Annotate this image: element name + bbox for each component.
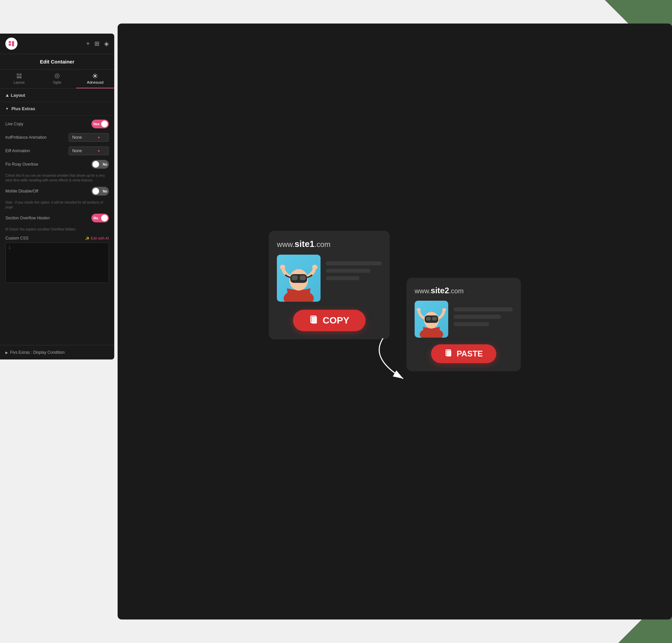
svg-rect-4 bbox=[20, 74, 22, 76]
svg-point-11 bbox=[280, 265, 285, 269]
paste-icon bbox=[445, 349, 453, 359]
plus-extras-arrow-icon: ▼ bbox=[5, 107, 9, 110]
tab-layout[interactable]: Layout bbox=[0, 70, 38, 88]
fix-roay-overflow-row: Fix Roay Overliow No bbox=[5, 160, 109, 169]
svg-rect-15 bbox=[300, 276, 306, 280]
panel-title: Edit Container bbox=[0, 54, 114, 70]
fix-roay-overflow-toggle[interactable]: No bbox=[92, 160, 109, 169]
line-2 bbox=[454, 315, 501, 319]
svg-rect-1 bbox=[9, 44, 11, 46]
paste-button[interactable]: PASTE bbox=[431, 344, 496, 363]
plus-icon[interactable]: + bbox=[86, 40, 90, 47]
eiff-animation-row: Eiff Animation None ▼ bbox=[5, 146, 109, 155]
toggle-knob-4 bbox=[101, 215, 108, 221]
svg-rect-3 bbox=[16, 74, 19, 76]
toggle-knob bbox=[101, 121, 108, 127]
site1-lines bbox=[326, 255, 382, 280]
site1-image bbox=[277, 255, 321, 302]
toggle-knob-2 bbox=[93, 161, 99, 168]
fivs-extras-arrow-icon: ▶ bbox=[5, 351, 8, 354]
panel-content: ▶ Layout ▼ Plus Extras Live Copy Nee bbox=[0, 89, 114, 345]
svg-rect-14 bbox=[292, 276, 298, 280]
copy-icon bbox=[309, 315, 319, 326]
mohile-disable-row: Mohile Disabie/Off No bbox=[5, 187, 109, 195]
live-copy-toggle[interactable]: Nee bbox=[92, 120, 109, 128]
edit-with-ai-button[interactable]: ✨ Edii with AI bbox=[85, 236, 109, 241]
elementor-logo bbox=[5, 38, 17, 50]
site2-card: www.site2.com bbox=[407, 278, 521, 371]
svg-point-8 bbox=[94, 75, 96, 76]
tab-style[interactable]: Sgtie bbox=[38, 70, 76, 88]
svg-rect-5 bbox=[16, 76, 21, 78]
mohile-disable-toggle[interactable]: No bbox=[92, 187, 109, 195]
layout-arrow-icon: ▶ bbox=[5, 94, 9, 97]
eiff-animation-select[interactable]: None ▼ bbox=[69, 146, 109, 155]
preview-content: www.site1.com bbox=[269, 211, 521, 432]
plus-extras-body: Live Copy Nee IrufPntliance Animation No… bbox=[0, 116, 114, 287]
css-textarea[interactable] bbox=[16, 245, 106, 272]
section-overflow-toggle[interactable]: Ma bbox=[92, 214, 109, 222]
site2-url: www.site2.com bbox=[415, 286, 513, 295]
plus-extras-section-header[interactable]: ▼ Plus Extras bbox=[0, 102, 114, 116]
tab-advanced[interactable]: Adnesusd bbox=[76, 70, 114, 88]
line-3 bbox=[326, 276, 360, 280]
preview-area: www.site1.com bbox=[118, 24, 672, 619]
layout-section-header[interactable]: ▶ Layout bbox=[0, 89, 114, 102]
line-1 bbox=[454, 307, 513, 312]
site1-card: www.site1.com bbox=[269, 231, 390, 339]
site2-image bbox=[415, 301, 448, 338]
svg-point-21 bbox=[417, 308, 421, 312]
svg-rect-24 bbox=[426, 317, 431, 320]
custom-css-area[interactable]: 1 bbox=[5, 243, 109, 283]
settings-icon[interactable]: ⊞ bbox=[94, 40, 99, 47]
panel-header-icons: + ⊞ ◈ bbox=[86, 40, 109, 47]
site1-url: www.site1.com bbox=[277, 239, 382, 249]
irufpntliance-animation-row: IrufPntliance Animation None ▼ bbox=[5, 133, 109, 142]
svg-rect-0 bbox=[9, 41, 11, 43]
toggle-knob-3 bbox=[93, 188, 99, 195]
line-2 bbox=[326, 269, 371, 273]
svg-point-7 bbox=[56, 75, 58, 76]
svg-rect-2 bbox=[12, 41, 14, 46]
select-arrow-icon-2: ▼ bbox=[97, 149, 100, 153]
irufpntliance-animation-select[interactable]: None ▼ bbox=[69, 133, 109, 142]
svg-point-12 bbox=[312, 265, 317, 269]
section-overflow-row: Section Overflow Hioden Ma bbox=[5, 214, 109, 222]
line-1 bbox=[326, 262, 382, 265]
line-3 bbox=[454, 322, 489, 326]
site1-body bbox=[277, 255, 382, 302]
custom-css-header: Cusiom CSS ✨ Edii with AI bbox=[5, 236, 109, 241]
svg-point-22 bbox=[442, 308, 446, 312]
site2-body bbox=[415, 301, 513, 338]
edit-panel: + ⊞ ◈ Edit Container Layout Sgtie bbox=[0, 34, 114, 360]
site2-lines bbox=[454, 301, 513, 326]
layers-icon[interactable]: ◈ bbox=[104, 40, 109, 47]
svg-rect-25 bbox=[432, 317, 437, 320]
copy-button[interactable]: COPY bbox=[293, 310, 365, 331]
fivs-extras-section[interactable]: ▶ Fivs Exiras : Display Condition bbox=[0, 345, 114, 360]
live-copy-row: Live Copy Nee bbox=[5, 120, 109, 128]
panel-header: + ⊞ ◈ bbox=[0, 34, 114, 54]
panel-tabs: Layout Sgtie Adnesusd bbox=[0, 70, 114, 89]
select-arrow-icon: ▼ bbox=[97, 136, 100, 139]
